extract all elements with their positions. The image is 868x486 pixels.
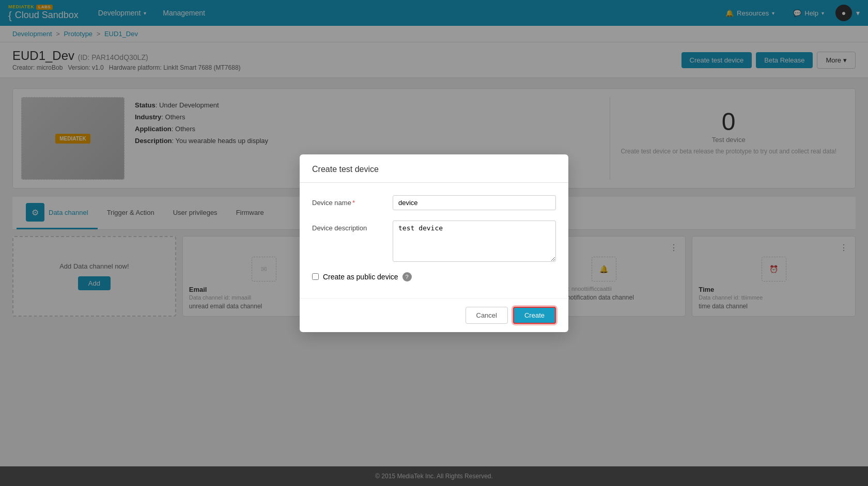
cancel-button[interactable]: Cancel xyxy=(466,307,508,324)
device-desc-label-text: Device description xyxy=(312,224,367,232)
device-name-input[interactable] xyxy=(393,195,556,210)
required-star: * xyxy=(352,199,355,207)
modal-overlay[interactable]: Create test device Device name* Device d… xyxy=(0,0,868,486)
modal-header: Create test device xyxy=(300,154,568,183)
create-button[interactable]: Create xyxy=(513,307,556,324)
modal-footer: Cancel Create xyxy=(300,298,568,332)
device-name-label: Device name* xyxy=(312,195,384,207)
device-desc-row: Device description test device xyxy=(312,221,556,262)
device-description-input[interactable]: test device xyxy=(393,221,556,262)
modal-body: Device name* Device description test dev… xyxy=(300,183,568,298)
create-test-device-modal: Create test device Device name* Device d… xyxy=(300,154,568,332)
device-desc-label: Device description xyxy=(312,221,384,232)
modal-title: Create test device xyxy=(312,165,556,174)
device-name-row: Device name* xyxy=(312,195,556,210)
help-icon[interactable]: ? xyxy=(402,272,412,281)
public-device-row: Create as public device ? xyxy=(312,272,556,281)
public-device-label: Create as public device xyxy=(323,273,398,281)
device-name-label-text: Device name xyxy=(312,199,351,207)
public-device-checkbox[interactable] xyxy=(312,273,319,280)
